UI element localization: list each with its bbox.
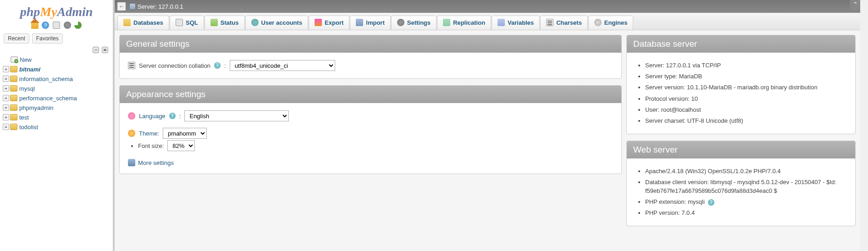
fontsize-row: Font size: 82% — [138, 140, 613, 151]
tab-variables[interactable]: Variables — [492, 16, 540, 30]
logo[interactable]: phpMyAdmin — [0, 2, 113, 20]
tree-item-performance-schema[interactable]: + performance_schema — [3, 93, 110, 103]
tab-status[interactable]: Status — [205, 16, 245, 30]
engines-icon — [594, 19, 602, 26]
tree-label: mysql — [19, 85, 35, 92]
info-item: Apache/2.4.18 (Win32) OpenSSL/1.0.2e PHP… — [645, 166, 847, 177]
database-icon — [10, 95, 17, 101]
collapse-panel-icon[interactable]: ⌃ — [850, 0, 860, 10]
vertical-scrollbar[interactable] — [860, 0, 868, 251]
back-icon[interactable]: ← — [117, 2, 126, 11]
tree-item-information-schema[interactable]: + information_schema — [3, 74, 110, 84]
home-icon[interactable] — [31, 22, 39, 29]
theme-label[interactable]: Theme: — [139, 130, 159, 137]
tree-item-mysql[interactable]: + mysql — [3, 84, 110, 93]
tab-sql[interactable]: SQL — [170, 16, 204, 30]
expand-icon[interactable]: + — [3, 104, 9, 111]
hint-icon[interactable]: ? — [214, 62, 221, 69]
language-label[interactable]: Language — [139, 113, 166, 120]
collation-select[interactable]: utf8mb4_unicode_ci — [230, 60, 335, 71]
favorites-button[interactable]: Favorites — [32, 33, 63, 44]
help-icon[interactable]: ? — [42, 22, 49, 29]
recent-favorites: Recent Favorites — [0, 32, 113, 45]
user-accounts-icon — [251, 19, 259, 26]
web-server-list: Apache/2.4.18 (Win32) OpenSSL/1.0.2e PHP… — [635, 166, 847, 218]
sidebar-toolbar: ? — [0, 20, 113, 32]
theme-row: Theme: pmahomme — [128, 128, 613, 139]
theme-select[interactable]: pmahomme — [163, 128, 207, 139]
link-icon[interactable]: ⚭ — [102, 47, 108, 53]
tree-new[interactable]: New — [3, 55, 110, 65]
appearance-settings-panel: Appearance settings Language ?: English — [119, 85, 622, 174]
tree-item-test[interactable]: + test — [3, 113, 110, 122]
databases-icon — [123, 19, 131, 26]
tree-collapse-controls: − ⚭ — [0, 45, 113, 54]
tab-engines[interactable]: Engines — [588, 16, 634, 30]
expand-icon[interactable]: + — [3, 66, 9, 72]
expand-icon[interactable]: + — [3, 114, 9, 120]
variables-icon — [498, 19, 505, 26]
sidebar: phpMyAdmin ? Recent Favorites − ⚭ New + — [0, 0, 113, 251]
database-icon — [10, 85, 17, 92]
more-settings-link[interactable]: More settings — [138, 159, 174, 166]
hint-icon[interactable]: ? — [708, 199, 714, 206]
tab-replication[interactable]: Replication — [437, 16, 491, 30]
tree-label: performance_schema — [19, 95, 77, 102]
logo-my: My — [40, 5, 57, 19]
language-row: Language ?: English — [128, 110, 613, 121]
database-icon — [10, 76, 17, 82]
gear-icon[interactable] — [64, 22, 71, 29]
wrench-icon — [128, 159, 135, 166]
sql-icon[interactable] — [53, 22, 60, 29]
panel-title: Web server — [627, 141, 855, 158]
left-column: General settings Server connection colla… — [119, 35, 622, 246]
panel-title: General settings — [120, 35, 621, 53]
tree-item-phpmyadmin[interactable]: + phpmyadmin — [3, 103, 110, 113]
refresh-icon[interactable] — [74, 22, 82, 29]
expand-icon[interactable]: + — [3, 124, 9, 130]
content: General settings Server connection colla… — [115, 30, 860, 251]
fontsize-select[interactable]: 82% — [167, 140, 195, 151]
logo-php: php — [20, 5, 40, 19]
tree-label: phpmyadmin — [19, 104, 53, 111]
collation-label: Server connection collation — [139, 62, 210, 69]
tab-charsets[interactable]: Charsets — [540, 16, 588, 30]
new-database-icon — [11, 56, 18, 63]
tab-import[interactable]: Import — [350, 16, 390, 30]
tree-item-todolist[interactable]: + todolist — [3, 122, 110, 132]
import-icon — [356, 19, 363, 26]
db-server-list: Server: 127.0.0.1 via TCP/IP Server type… — [635, 60, 847, 126]
tree-label: todolist — [19, 124, 38, 131]
info-item: Server type: MariaDB — [645, 71, 847, 82]
tab-export[interactable]: Export — [309, 16, 349, 30]
web-server-panel: Web server Apache/2.4.18 (Win32) OpenSSL… — [626, 141, 856, 226]
top-tabs: Databases SQL Status User accounts Expor… — [115, 13, 860, 30]
database-icon — [10, 114, 17, 120]
tab-user-accounts[interactable]: User accounts — [245, 16, 309, 30]
fontsize-label: Font size: — [138, 142, 164, 149]
sql-icon — [176, 19, 183, 26]
status-icon — [210, 19, 218, 26]
hint-icon[interactable]: ? — [169, 113, 176, 119]
tab-databases[interactable]: Databases — [117, 16, 169, 30]
collation-row: Server connection collation ?: utf8mb4_u… — [128, 60, 613, 71]
info-item: PHP extension: mysqli ? — [645, 196, 847, 207]
breadcrumb-server[interactable]: Server: 127.0.0.1 — [138, 3, 183, 10]
tree-label: information_schema — [19, 76, 73, 82]
info-item: Server charset: UTF-8 Unicode (utf8) — [645, 115, 847, 126]
language-select[interactable]: English — [184, 110, 289, 121]
breadcrumb-bar: ← Server: 127.0.0.1 ⌃ — [115, 0, 860, 13]
tab-settings[interactable]: Settings — [391, 16, 437, 30]
tree-label: bitnami — [19, 66, 40, 73]
panel-title: Appearance settings — [120, 86, 621, 103]
expand-icon[interactable]: + — [3, 76, 9, 82]
info-item: User: root@localhost — [645, 104, 847, 115]
expand-icon[interactable]: + — [3, 95, 9, 101]
replication-icon — [443, 19, 450, 26]
collapse-icon[interactable]: − — [93, 47, 99, 53]
tree-item-bitnami[interactable]: + bitnami — [3, 65, 110, 74]
expand-icon[interactable]: + — [3, 85, 9, 92]
recent-button[interactable]: Recent — [4, 33, 29, 44]
tree-new-label: New — [20, 56, 32, 63]
server-icon — [129, 3, 136, 10]
